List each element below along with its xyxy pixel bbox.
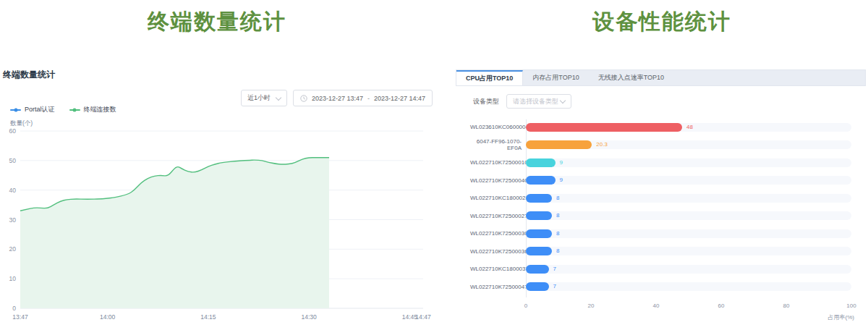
x-tick-label: 14:47 (415, 313, 431, 321)
device-type-row: 设备类型 请选择设备类型 (473, 94, 571, 109)
device-performance-panel: 设备性能统计 CPU占用TOP10内存占用TOP10无线接入点速率TOP10 设… (456, 0, 868, 330)
bar-plot: 9 (526, 158, 851, 167)
bar-fill (526, 140, 592, 149)
bar-category-label: WL022710KC18000280 (470, 195, 526, 201)
bar-value-label: 7 (553, 265, 556, 274)
bar-track (526, 229, 851, 238)
bar-plot: 7 (526, 265, 851, 274)
bar-value-label: 8 (556, 194, 559, 203)
bar-fill (526, 247, 552, 255)
date-range-picker[interactable]: 2023-12-27 13:47 - 2023-12-27 14:47 (293, 90, 433, 106)
legend-marker-icon (10, 109, 21, 111)
time-controls: 近1小时 2023-12-27 13:47 - 2023-12-27 14:47 (241, 90, 433, 106)
bar-value-label: 8 (556, 211, 559, 220)
bar-row: WL022710KC180003727 (456, 260, 866, 278)
time-separator: - (367, 95, 370, 102)
tab-0[interactable]: CPU占用TOP10 (456, 70, 523, 85)
legend-marker-icon (69, 109, 80, 111)
bar-row: WL022710KC180002808 (456, 189, 866, 207)
bar-row: WL022710K7250004099 (456, 172, 866, 190)
bar-plot: 20.3 (526, 140, 851, 149)
x-tick-label: 14:30 (302, 313, 318, 321)
x-tick-label: 20 (588, 302, 595, 309)
bar-plot: 8 (526, 247, 851, 255)
bar-fill (526, 176, 556, 185)
x-tick-label: 14:15 (200, 313, 216, 321)
y-tick-label: 60 (9, 127, 17, 135)
x-axis-ticks: 020406080100 (526, 302, 851, 311)
bar-fill (526, 158, 556, 167)
bar-row: WL022710K7250003078 (456, 224, 866, 242)
bar-track (526, 265, 851, 274)
performance-tabs: CPU占用TOP10内存占用TOP10无线接入点速率TOP10 (456, 69, 866, 86)
bar-track (526, 211, 851, 220)
x-tick-label: 0 (524, 302, 527, 309)
terminal-stats-panel: 终端数量统计 终端数量统计 近1小时 2023-12-27 13:47 - 20… (0, 0, 434, 330)
legend-label: Portal认证 (25, 105, 55, 114)
clock-icon (300, 95, 307, 102)
bar-category-label: WL022710K725000102 (470, 159, 526, 166)
bar-value-label: 7 (553, 282, 556, 291)
bar-fill (526, 194, 552, 203)
bar-row: 6047-FF96-1070-EF0A20.3 (456, 136, 866, 154)
bar-row: WL022710K7250004707 (456, 278, 866, 296)
tab-1[interactable]: 内存占用TOP10 (523, 70, 588, 85)
bar-track (526, 282, 851, 291)
legend-item-0[interactable]: Portal认证 (10, 105, 55, 114)
y-tick-label: 20 (9, 245, 17, 253)
terminal-count-line-chart: 0102030405060数量(个)13:4714:0014:1514:3014… (0, 119, 434, 329)
device-type-placeholder: 请选择设备类型 (513, 97, 558, 106)
bar-plot: 8 (526, 229, 851, 238)
bar-row: WL022710K7250003698 (456, 242, 866, 261)
bar-row: WL022710K7250002728 (456, 207, 866, 225)
bar-fill (526, 229, 552, 238)
bar-category-label: WL022710K725000409 (470, 177, 526, 184)
x-tick-label: 80 (783, 302, 790, 309)
bar-category-label: WL022710K725000272 (470, 213, 526, 219)
y-tick-label: 10 (9, 275, 17, 282)
x-tick-label: 13:47 (12, 313, 28, 321)
y-tick-label: 40 (9, 187, 17, 194)
y-tick-label: 50 (9, 157, 17, 164)
bar-category-label: WL022710K725000307 (470, 230, 526, 237)
bar-value-label: 9 (560, 158, 563, 167)
x-tick-label: 60 (718, 302, 725, 309)
bar-row: WL023610KC0600004348 (456, 118, 866, 136)
legend-item-1[interactable]: 终端连接数 (69, 105, 116, 114)
bar-track (526, 158, 851, 167)
bar-plot: 7 (526, 282, 851, 291)
left-panel-header: 终端数量统计 (3, 69, 55, 81)
bar-track (526, 194, 851, 203)
right-section-title: 设备性能统计 (456, 7, 868, 37)
x-tick-label: 14:00 (100, 313, 116, 321)
chevron-down-icon (276, 94, 281, 100)
x-tick-label: 40 (653, 302, 660, 309)
y-axis-name: 数量(个) (10, 119, 33, 127)
device-type-select[interactable]: 请选择设备类型 (506, 94, 571, 109)
start-time: 2023-12-27 13:47 (312, 95, 363, 102)
legend: Portal认证终端连接数 (10, 105, 116, 114)
bar-track (526, 247, 851, 255)
time-range-value: 近1小时 (247, 93, 271, 103)
time-range-select[interactable]: 近1小时 (241, 90, 287, 106)
bar-value-label: 9 (560, 176, 563, 185)
bar-plot: 48 (526, 123, 851, 132)
x-axis-title: 占用率(%) (828, 313, 854, 321)
end-time: 2023-12-27 14:47 (374, 95, 425, 102)
y-tick-label: 30 (9, 216, 17, 224)
bar-value-label: 8 (556, 229, 559, 238)
bar-fill (526, 123, 682, 132)
chevron-down-icon (560, 98, 566, 103)
y-tick-label: 0 (12, 305, 16, 312)
bar-category-label: 6047-FF96-1070-EF0A (470, 138, 526, 151)
bar-category-label: WL023610KC06000043 (470, 124, 526, 130)
bar-row: WL022710K7250001029 (456, 153, 866, 172)
legend-label: 终端连接数 (84, 105, 116, 114)
area-fill (20, 158, 329, 308)
bar-category-label: WL022710K725000369 (470, 248, 526, 255)
bar-value-label: 20.3 (596, 140, 608, 149)
tab-2[interactable]: 无线接入点速率TOP10 (589, 70, 673, 85)
left-section-title: 终端数量统计 (0, 7, 434, 37)
cpu-top10-bar-chart: WL023610KC06000043486047-FF96-1070-EF0A2… (456, 118, 866, 324)
bar-plot: 8 (526, 211, 851, 220)
